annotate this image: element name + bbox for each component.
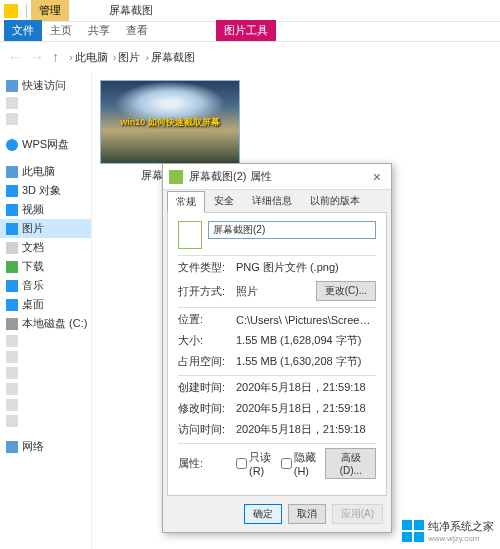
sidebar-item[interactable] xyxy=(0,111,91,127)
properties-dialog: 屏幕截图(2) 属性 × 常规 安全 详细信息 以前的版本 文件类型:PNG 图… xyxy=(162,163,392,533)
thumbnail-image: win10 如何快速截取屏幕 xyxy=(100,80,240,164)
sidebar-item-desktop[interactable]: 桌面 xyxy=(0,295,91,314)
tab-picture-tools[interactable]: 图片工具 xyxy=(216,20,276,41)
sidebar-item-network[interactable]: 网络 xyxy=(0,437,91,456)
dialog-title: 屏幕截图(2) 属性 xyxy=(189,169,272,184)
desktop-icon xyxy=(6,299,18,311)
sidebar-item[interactable] xyxy=(0,333,91,349)
value-openwith: 照片 xyxy=(236,284,310,299)
blur-icon xyxy=(6,415,18,427)
sidebar-item[interactable] xyxy=(0,365,91,381)
label-attributes: 属性: xyxy=(178,456,230,471)
tab-view[interactable]: 查看 xyxy=(118,20,156,41)
blur-icon xyxy=(6,367,18,379)
file-icon xyxy=(169,170,183,184)
title-bar: 管理 屏幕截图 xyxy=(0,0,500,22)
document-icon xyxy=(6,242,18,254)
advanced-button[interactable]: 高级(D)... xyxy=(325,448,376,479)
label-location: 位置: xyxy=(178,312,230,327)
apply-button[interactable]: 应用(A) xyxy=(332,504,383,524)
tab-details[interactable]: 详细信息 xyxy=(243,190,301,212)
sidebar-item-pc[interactable]: 此电脑 xyxy=(0,162,91,181)
tab-previous[interactable]: 以前的版本 xyxy=(301,190,369,212)
sidebar-item-pictures[interactable]: 图片 xyxy=(0,219,91,238)
tab-share[interactable]: 共享 xyxy=(80,20,118,41)
picture-icon xyxy=(6,223,18,235)
blur-icon xyxy=(6,383,18,395)
dialog-body: 文件类型:PNG 图片文件 (.png) 打开方式:照片更改(C)... 位置:… xyxy=(167,212,387,496)
star-icon xyxy=(6,80,18,92)
label-accessed: 访问时间: xyxy=(178,422,230,437)
tab-file[interactable]: 文件 xyxy=(4,20,42,41)
sidebar-item[interactable] xyxy=(0,349,91,365)
close-icon[interactable]: × xyxy=(369,169,385,185)
tab-home[interactable]: 主页 xyxy=(42,20,80,41)
ok-button[interactable]: 确定 xyxy=(244,504,282,524)
value-filetype: PNG 图片文件 (.png) xyxy=(236,260,376,275)
blur-icon xyxy=(6,351,18,363)
value-size: 1.55 MB (1,628,094 字节) xyxy=(236,333,376,348)
ribbon-tabs: 文件 主页 共享 查看 图片工具 xyxy=(0,22,500,42)
hidden-checkbox[interactable]: 隐藏(H) xyxy=(281,450,320,477)
label-openwith: 打开方式: xyxy=(178,284,230,299)
download-icon xyxy=(6,261,18,273)
tab-general[interactable]: 常规 xyxy=(167,191,205,213)
cloud-icon xyxy=(6,139,18,151)
label-disksize: 占用空间: xyxy=(178,354,230,369)
sidebar-item-3d[interactable]: 3D 对象 xyxy=(0,181,91,200)
watermark-name: 纯净系统之家 xyxy=(428,519,494,534)
value-accessed: 2020年5月18日，21:59:18 xyxy=(236,422,376,437)
sidebar-item-wps[interactable]: WPS网盘 xyxy=(0,135,91,154)
sidebar-item[interactable] xyxy=(0,413,91,429)
sidebar-item-music[interactable]: 音乐 xyxy=(0,276,91,295)
label-size: 大小: xyxy=(178,333,230,348)
watermark: 纯净系统之家 www.wjzy.com xyxy=(400,517,496,545)
folder-icon xyxy=(4,4,18,18)
blur-icon xyxy=(6,335,18,347)
file-type-icon xyxy=(178,221,202,249)
value-modified: 2020年5月18日，21:59:18 xyxy=(236,401,376,416)
cancel-button[interactable]: 取消 xyxy=(288,504,326,524)
value-disksize: 1.55 MB (1,630,208 字节) xyxy=(236,354,376,369)
sidebar-item-video[interactable]: 视频 xyxy=(0,200,91,219)
breadcrumb[interactable]: ›此电脑 ›图片 ›屏幕截图 xyxy=(67,50,195,65)
thumbnail-overlay-text: win10 如何快速截取屏幕 xyxy=(120,116,220,129)
label-modified: 修改时间: xyxy=(178,401,230,416)
tab-security[interactable]: 安全 xyxy=(205,190,243,212)
pc-icon xyxy=(6,166,18,178)
address-bar: ← → ↑ ›此电脑 ›图片 ›屏幕截图 xyxy=(0,42,500,72)
separator xyxy=(26,4,27,18)
sidebar-item-downloads[interactable]: 下载 xyxy=(0,257,91,276)
sidebar: 快速访问 WPS网盘 此电脑 3D 对象 视频 图片 文档 下载 音乐 桌面 本… xyxy=(0,72,92,549)
sidebar-item-documents[interactable]: 文档 xyxy=(0,238,91,257)
watermark-url: www.wjzy.com xyxy=(428,534,494,543)
sidebar-item-quick-access[interactable]: 快速访问 xyxy=(0,76,91,95)
sidebar-item[interactable] xyxy=(0,397,91,413)
disk-icon xyxy=(6,318,18,330)
sidebar-item[interactable] xyxy=(0,381,91,397)
context-tab[interactable]: 管理 xyxy=(31,0,69,21)
change-button[interactable]: 更改(C)... xyxy=(316,281,376,301)
up-icon[interactable]: ↑ xyxy=(52,49,59,65)
back-icon[interactable]: ← xyxy=(8,49,22,65)
watermark-logo-icon xyxy=(402,520,424,542)
sidebar-item[interactable] xyxy=(0,95,91,111)
value-created: 2020年5月18日，21:59:18 xyxy=(236,380,376,395)
label-created: 创建时间: xyxy=(178,380,230,395)
filename-input[interactable] xyxy=(208,221,376,239)
label-filetype: 文件类型: xyxy=(178,260,230,275)
window-title: 屏幕截图 xyxy=(109,3,153,18)
dialog-tabs: 常规 安全 详细信息 以前的版本 xyxy=(163,190,391,212)
network-icon xyxy=(6,441,18,453)
readonly-checkbox[interactable]: 只读(R) xyxy=(236,450,275,477)
blur-icon xyxy=(6,97,18,109)
value-location: C:\Users\ \Pictures\Screenshots xyxy=(236,314,376,326)
forward-icon[interactable]: → xyxy=(30,49,44,65)
blur-icon xyxy=(6,113,18,125)
dialog-titlebar[interactable]: 屏幕截图(2) 属性 × xyxy=(163,164,391,190)
sidebar-item-disk-c[interactable]: 本地磁盘 (C:) xyxy=(0,314,91,333)
music-icon xyxy=(6,280,18,292)
blur-icon xyxy=(6,399,18,411)
dialog-footer: 确定 取消 应用(A) xyxy=(163,496,391,532)
cube-icon xyxy=(6,185,18,197)
